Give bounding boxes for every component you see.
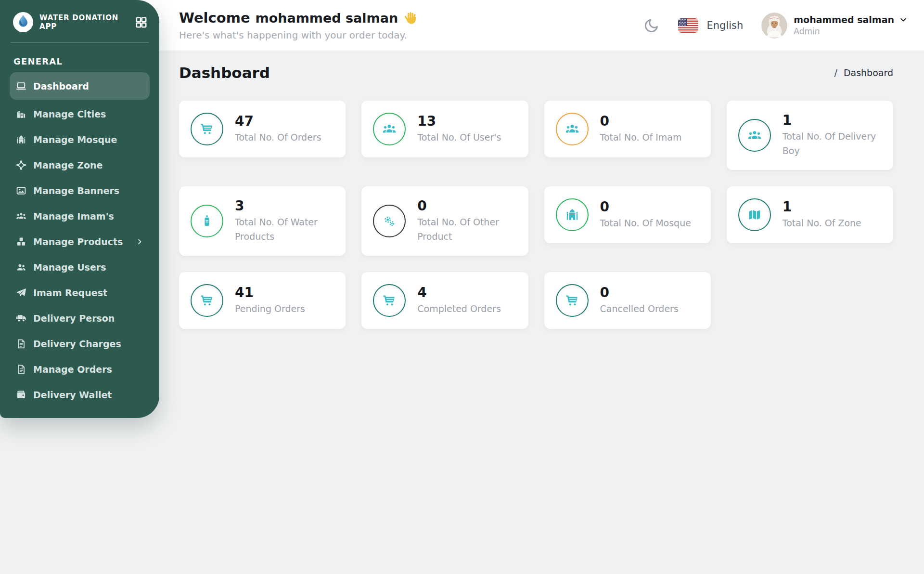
stat-card-total-no-of-user-s: 13Total No. Of User's: [361, 101, 528, 157]
sidebar-item-delivery-wallet[interactable]: Delivery Wallet: [10, 382, 150, 407]
sidebar-item-manage-cities[interactable]: Manage Cities: [10, 101, 150, 127]
sidebar-nav: DashboardManage CitiesManage MosqueManag…: [10, 72, 150, 407]
sidebar-item-label: Manage Orders: [33, 364, 112, 375]
cart-icon: [565, 293, 579, 308]
stat-value: 47: [235, 114, 321, 129]
sidebar: WATER DONATION APP GENERAL DashboardMana…: [0, 0, 159, 418]
users-three-icon: [16, 211, 26, 222]
stat-value: 3: [235, 198, 338, 214]
topbar-actions: English mohammed salman Admin: [643, 13, 908, 39]
stat-card-total-no-of-imam: 0Total No. Of Imam: [544, 101, 711, 157]
stat-label: Total No. Of Imam: [600, 130, 682, 144]
sidebar-item-label: Delivery Person: [33, 313, 115, 324]
stat-card-total-no-of-mosque: 0Total No. Of Mosque: [544, 186, 711, 243]
stat-value: 0: [417, 198, 520, 214]
city-icon: [16, 109, 26, 119]
stat-text: 0Total No. Of Imam: [600, 114, 682, 145]
chevron-down-icon: [899, 15, 908, 24]
stat-card-completed-orders: 4Completed Orders: [361, 272, 528, 329]
brand: WATER DONATION APP: [10, 0, 150, 42]
sidebar-item-label: Manage Products: [33, 236, 123, 247]
stat-text: 3Total No. Of Water Products: [235, 198, 338, 244]
send-icon: [16, 287, 26, 298]
stat-label: Total No. Of Orders: [235, 130, 321, 144]
sidebar-item-manage-products[interactable]: Manage Products: [10, 229, 150, 254]
sidebar-item-label: Manage Cities: [33, 109, 106, 119]
stat-icon-ring: [373, 113, 406, 145]
stat-icon-ring: [191, 113, 223, 145]
mosque-icon: [16, 134, 26, 145]
user-name: mohammed salman: [794, 14, 894, 25]
sidebar-item-imam-request[interactable]: Imam Request: [10, 280, 150, 305]
stat-card-total-no-of-water-products: 3Total No. Of Water Products: [179, 186, 346, 256]
user-role: Admin: [794, 26, 908, 36]
sidebar-grid-toggle-icon[interactable]: [135, 16, 148, 29]
sidebar-item-dashboard[interactable]: Dashboard: [10, 72, 150, 100]
users-three-icon: [382, 122, 397, 136]
app-title: WATER DONATION APP: [39, 13, 129, 31]
sidebar-divider: [11, 42, 149, 43]
user-meta: mohammed salman Admin: [794, 14, 908, 36]
users-two-icon: [16, 262, 26, 273]
mosque-icon: [565, 208, 579, 222]
waving-hand-emoji: [403, 11, 418, 25]
stat-icon-ring: [556, 198, 589, 231]
stat-card-total-no-of-orders: 47Total No. Of Orders: [179, 101, 346, 157]
stat-label: Total No. Of Delivery Boy: [783, 130, 886, 158]
stat-label: Total No. Of Other Product: [417, 215, 520, 244]
laptop-icon: [16, 81, 26, 91]
stat-value: 41: [235, 285, 305, 300]
stat-icon-ring: [556, 284, 589, 317]
stat-text: 1Total No. Of Delivery Boy: [783, 113, 886, 158]
sidebar-item-manage-mosque[interactable]: Manage Mosque: [10, 127, 150, 152]
sidebar-item-delivery-charges[interactable]: Delivery Charges: [10, 331, 150, 356]
stat-value: 1: [783, 199, 861, 215]
stat-text: 0Total No. Of Mosque: [600, 199, 691, 231]
dark-mode-toggle-moon-icon[interactable]: [643, 17, 660, 34]
page-head: Dashboard / Dashboard: [179, 64, 893, 81]
stat-icon-ring: [373, 284, 406, 317]
stat-text: 47Total No. Of Orders: [235, 114, 321, 145]
page-title: Dashboard: [179, 64, 270, 81]
stat-label: Total No. Of User's: [417, 130, 501, 144]
sidebar-item-label: Delivery Charges: [33, 339, 121, 349]
breadcrumb-current[interactable]: Dashboard: [844, 67, 893, 78]
stat-icon-ring: [191, 284, 223, 317]
products-icon: [16, 236, 26, 247]
sidebar-item-label: Manage Mosque: [33, 134, 117, 145]
sidebar-item-manage-zone[interactable]: Manage Zone: [10, 152, 150, 178]
sidebar-item-label: Manage Users: [33, 262, 106, 273]
cart-icon: [200, 293, 214, 308]
stat-label: Pending Orders: [235, 302, 305, 316]
us-flag-icon: [678, 18, 698, 33]
sidebar-item-manage-orders[interactable]: Manage Orders: [10, 356, 150, 382]
stat-label: Total No. Of Mosque: [600, 216, 691, 230]
sidebar-item-label: Manage Zone: [33, 160, 103, 170]
stat-card-cancelled-orders: 0Cancelled Orders: [544, 272, 711, 329]
stats-grid: 47Total No. Of Orders13Total No. Of User…: [179, 101, 893, 329]
stat-value: 13: [417, 114, 501, 129]
stat-card-total-no-of-other-product: 0Total No. Of Other Product: [361, 186, 528, 256]
stat-label: Total No. Of Water Products: [235, 215, 338, 244]
truck-icon: [16, 313, 26, 324]
gears-icon: [382, 214, 397, 228]
language-selector[interactable]: English: [678, 18, 743, 33]
stat-card-total-no-of-delivery-boy: 1Total No. Of Delivery Boy: [727, 101, 893, 170]
stat-text: 4Completed Orders: [417, 285, 501, 316]
users-three-icon: [565, 122, 579, 136]
cart-icon: [382, 293, 397, 308]
main-content: Dashboard / Dashboard 47Total No. Of Ord…: [159, 51, 924, 574]
sidebar-item-manage-banners[interactable]: Manage Banners: [10, 178, 150, 203]
stat-value: 1: [783, 113, 886, 128]
sidebar-item-label: Manage Imam's: [33, 211, 114, 222]
breadcrumb-separator: /: [834, 67, 837, 78]
stat-text: 13Total No. Of User's: [417, 114, 501, 145]
sidebar-item-delivery-person[interactable]: Delivery Person: [10, 305, 150, 331]
language-label: English: [706, 20, 743, 31]
stat-icon-ring: [738, 119, 771, 152]
sidebar-item-manage-users[interactable]: Manage Users: [10, 254, 150, 280]
chevron-right-icon: [136, 238, 143, 246]
breadcrumb: / Dashboard: [834, 67, 894, 78]
sidebar-item-manage-imam-s[interactable]: Manage Imam's: [10, 203, 150, 229]
user-menu[interactable]: mohammed salman Admin: [761, 13, 908, 39]
